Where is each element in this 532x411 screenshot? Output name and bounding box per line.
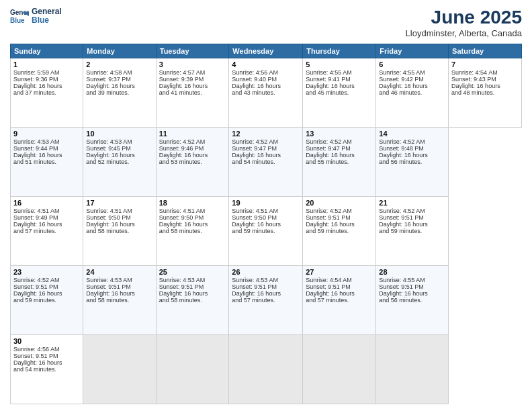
daylight-label: Daylight: 16 hours [306,290,355,297]
sunrise-label: Sunrise: 4:52 AM [379,138,425,145]
calendar-cell: 17 Sunrise: 4:51 AM Sunset: 9:50 PM Dayl… [83,197,156,266]
calendar-cell: 10 Sunrise: 4:53 AM Sunset: 9:45 PM Dayl… [83,128,156,197]
calendar-cell: 3 Sunrise: 4:57 AM Sunset: 9:39 PM Dayli… [156,58,229,128]
day-number: 25 [159,268,226,276]
sunrise-label: Sunrise: 4:58 AM [86,69,132,76]
calendar-cell [83,335,156,404]
daylight-minutes: and 57 minutes. [232,297,275,304]
day-number: 11 [159,130,226,138]
sunset-label: Sunset: 9:49 PM [13,214,58,221]
day-number: 30 [13,337,80,345]
sunset-label: Sunset: 9:51 PM [232,283,277,290]
sunrise-label: Sunrise: 4:51 AM [232,208,278,214]
calendar-cell: 6 Sunrise: 4:55 AM Sunset: 9:42 PM Dayli… [376,58,449,128]
daylight-minutes: and 59 minutes. [232,228,275,234]
daylight-label: Daylight: 16 hours [159,152,208,158]
calendar-cell: 20 Sunrise: 4:52 AM Sunset: 9:51 PM Dayl… [303,197,376,266]
daylight-minutes: and 45 minutes. [306,89,349,96]
daylight-label: Daylight: 16 hours [379,152,428,158]
weekday-header-row: SundayMondayTuesdayWednesdayThursdayFrid… [11,44,522,58]
sunrise-label: Sunrise: 4:52 AM [159,138,206,145]
daylight-label: Daylight: 16 hours [379,290,428,297]
sunset-label: Sunset: 9:45 PM [86,145,131,152]
calendar-cell [229,335,303,404]
daylight-label: Daylight: 16 hours [159,83,208,89]
day-number: 21 [379,199,445,207]
daylight-label: Daylight: 16 hours [86,152,135,158]
day-number: 14 [379,130,445,138]
daylight-label: Daylight: 16 hours [306,152,355,158]
daylight-label: Daylight: 16 hours [13,359,62,366]
day-number: 20 [306,199,373,207]
day-number: 3 [159,60,226,68]
daylight-label: Daylight: 16 hours [159,221,208,228]
daylight-minutes: and 54 minutes. [232,158,275,165]
day-number: 1 [13,60,80,68]
sunrise-label: Sunrise: 4:56 AM [232,69,278,76]
daylight-label: Daylight: 16 hours [232,83,281,89]
sunrise-label: Sunrise: 4:53 AM [13,138,60,145]
sunset-label: Sunset: 9:39 PM [159,76,204,83]
week-row-1: 1 Sunrise: 5:59 AM Sunset: 9:36 PM Dayli… [11,58,522,128]
daylight-label: Daylight: 16 hours [86,221,135,228]
calendar-cell: 18 Sunrise: 4:51 AM Sunset: 9:50 PM Dayl… [156,197,229,266]
sunset-label: Sunset: 9:51 PM [13,353,58,359]
calendar-table: SundayMondayTuesdayWednesdayThursdayFrid… [10,44,522,404]
weekday-header-wednesday: Wednesday [229,44,303,58]
calendar-cell: 11 Sunrise: 4:52 AM Sunset: 9:46 PM Dayl… [156,128,229,197]
day-number: 24 [86,268,152,276]
daylight-label: Daylight: 16 hours [306,221,355,228]
sunset-label: Sunset: 9:51 PM [13,283,58,290]
weekday-header-monday: Monday [83,44,156,58]
sunset-label: Sunset: 9:50 PM [159,214,204,221]
sunrise-label: Sunrise: 4:52 AM [232,138,278,145]
daylight-label: Daylight: 16 hours [379,83,428,89]
sunrise-label: Sunrise: 4:55 AM [379,69,425,76]
calendar-cell: 14 Sunrise: 4:52 AM Sunset: 9:48 PM Dayl… [376,128,449,197]
calendar-cell: 7 Sunrise: 4:54 AM Sunset: 9:43 PM Dayli… [449,58,522,128]
daylight-minutes: and 41 minutes. [159,89,202,96]
daylight-label: Daylight: 16 hours [232,221,281,228]
daylight-minutes: and 57 minutes. [13,228,56,234]
daylight-minutes: and 59 minutes. [379,228,422,234]
logo-line2: Blue [32,16,62,25]
day-number: 7 [451,60,519,68]
sunrise-label: Sunrise: 4:52 AM [379,208,425,214]
daylight-label: Daylight: 16 hours [306,83,355,89]
daylight-minutes: and 39 minutes. [86,89,129,96]
sunset-label: Sunset: 9:47 PM [232,145,277,152]
daylight-minutes: and 46 minutes. [379,89,422,96]
day-number: 28 [379,268,445,276]
day-number: 12 [232,130,300,138]
calendar-cell: 4 Sunrise: 4:56 AM Sunset: 9:40 PM Dayli… [229,58,303,128]
sunset-label: Sunset: 9:51 PM [86,283,131,290]
location-title: Lloydminster, Alberta, Canada [406,28,522,38]
calendar-cell: 23 Sunrise: 4:52 AM Sunset: 9:51 PM Dayl… [11,266,83,335]
daylight-label: Daylight: 16 hours [86,290,135,297]
sunrise-label: Sunrise: 4:53 AM [159,277,206,283]
sunrise-label: Sunrise: 4:56 AM [13,346,60,353]
calendar-cell: 5 Sunrise: 4:55 AM Sunset: 9:41 PM Dayli… [303,58,376,128]
daylight-minutes: and 43 minutes. [232,89,275,96]
sunrise-label: Sunrise: 4:52 AM [13,277,60,283]
calendar-cell: 1 Sunrise: 5:59 AM Sunset: 9:36 PM Dayli… [11,58,83,128]
daylight-minutes: and 57 minutes. [306,297,349,304]
sunset-label: Sunset: 9:36 PM [13,76,58,83]
calendar-cell: 26 Sunrise: 4:53 AM Sunset: 9:51 PM Dayl… [229,266,303,335]
calendar-page: General Blue General Blue June 2025 Lloy… [0,0,532,411]
sunset-label: Sunset: 9:51 PM [379,283,424,290]
calendar-cell: 12 Sunrise: 4:52 AM Sunset: 9:47 PM Dayl… [229,128,303,197]
month-title: June 2025 [406,7,522,28]
daylight-label: Daylight: 16 hours [451,83,500,89]
daylight-minutes: and 51 minutes. [13,158,56,165]
title-block: June 2025 Lloydminster, Alberta, Canada [406,7,522,38]
day-number: 23 [13,268,80,276]
day-number: 19 [232,199,300,207]
week-row-3: 16 Sunrise: 4:51 AM Sunset: 9:49 PM Dayl… [11,197,522,266]
day-number: 17 [86,199,152,207]
daylight-label: Daylight: 16 hours [232,290,281,297]
daylight-label: Daylight: 16 hours [13,83,62,89]
calendar-cell: 21 Sunrise: 4:52 AM Sunset: 9:51 PM Dayl… [376,197,449,266]
calendar-cell: 24 Sunrise: 4:53 AM Sunset: 9:51 PM Dayl… [83,266,156,335]
calendar-cell: 30 Sunrise: 4:56 AM Sunset: 9:51 PM Dayl… [11,335,83,404]
